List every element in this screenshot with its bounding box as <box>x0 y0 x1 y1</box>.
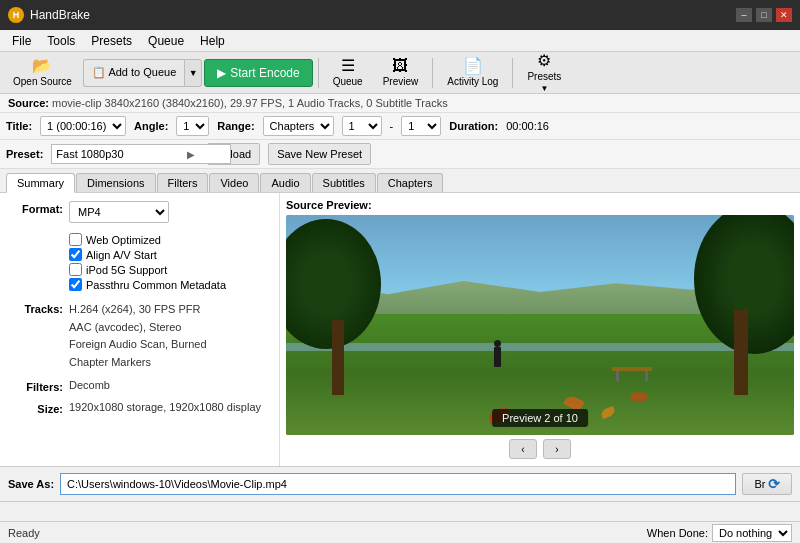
title-select[interactable]: 1 (00:00:16) <box>40 116 126 136</box>
tab-filters[interactable]: Filters <box>157 173 209 192</box>
add-to-queue-wrap: 📋 Add to Queue ▼ <box>83 59 202 87</box>
range-from-select[interactable]: 1 <box>342 116 382 136</box>
passthru-label: Passthru Common Metadata <box>86 279 226 291</box>
queue-button[interactable]: ☰ Queue <box>324 55 372 91</box>
tree-right-trunk <box>734 310 748 395</box>
browse-label: Br <box>755 478 766 490</box>
toolbar: 📂 Open Source 📋 Add to Queue ▼ ▶ Start E… <box>0 52 800 94</box>
activity-log-label: Activity Log <box>447 76 498 87</box>
start-encode-button[interactable]: ▶ Start Encode <box>204 59 312 87</box>
range-type-select[interactable]: Chapters <box>263 116 334 136</box>
source-label: Source: <box>8 97 49 109</box>
preview-button[interactable]: 🖼 Preview <box>374 55 428 91</box>
size-label: Size: <box>8 401 63 415</box>
tab-dimensions[interactable]: Dimensions <box>76 173 155 192</box>
options-row: Web Optimized Align A/V Start iPod 5G Su… <box>8 231 271 293</box>
queue-icon: ☰ <box>341 58 355 74</box>
preview-label: Preview <box>383 76 419 87</box>
tab-summary[interactable]: Summary <box>6 173 75 193</box>
ipod-row: iPod 5G Support <box>69 263 271 276</box>
filters-row: Filters: Decomb <box>8 379 271 393</box>
left-panel: Format: MP4 Web Optimized Align A/V Star… <box>0 193 280 466</box>
tab-video[interactable]: Video <box>209 173 259 192</box>
right-panel: Source Preview: <box>280 193 800 466</box>
start-encode-icon: ▶ <box>217 66 226 80</box>
preview-next-button[interactable]: › <box>543 439 571 459</box>
passthru-checkbox[interactable] <box>69 278 82 291</box>
menu-help[interactable]: Help <box>192 32 233 50</box>
format-select[interactable]: MP4 <box>69 201 169 223</box>
track-4: Chapter Markers <box>69 354 271 372</box>
tabs: Summary Dimensions Filters Video Audio S… <box>0 169 800 193</box>
add-to-queue-dropdown[interactable]: ▼ <box>184 59 202 87</box>
menu-presets[interactable]: Presets <box>83 32 140 50</box>
align-av-label: Align A/V Start <box>86 249 157 261</box>
app-icon: H <box>8 7 24 23</box>
ipod-checkbox[interactable] <box>69 263 82 276</box>
add-to-queue-button[interactable]: 📋 Add to Queue <box>83 59 184 87</box>
range-label: Range: <box>217 120 254 132</box>
open-source-label: Open Source <box>13 76 72 87</box>
main-content: Format: MP4 Web Optimized Align A/V Star… <box>0 193 800 467</box>
tab-audio[interactable]: Audio <box>260 173 310 192</box>
tree-left-trunk <box>332 320 344 395</box>
align-av-row: Align A/V Start <box>69 248 271 261</box>
preview-water <box>286 343 794 351</box>
title-label: Title: <box>6 120 32 132</box>
tracks-content: H.264 (x264), 30 FPS PFR AAC (avcodec), … <box>69 301 271 371</box>
track-1: H.264 (x264), 30 FPS PFR <box>69 301 271 319</box>
preset-input[interactable] <box>51 144 231 164</box>
options-spacer <box>8 231 63 233</box>
range-to-select[interactable]: 1 <box>401 116 441 136</box>
preset-bar: Preset: ▶ Reload Save New Preset <box>0 140 800 169</box>
toolbar-separator-1 <box>318 58 319 88</box>
track-3: Foreign Audio Scan, Burned <box>69 336 271 354</box>
activity-log-button[interactable]: 📄 Activity Log <box>438 55 507 91</box>
when-done-label: When Done: <box>647 527 708 539</box>
presets-label: Presets <box>527 71 561 82</box>
menu-queue[interactable]: Queue <box>140 32 192 50</box>
activity-log-icon: 📄 <box>463 58 483 74</box>
web-optimized-checkbox[interactable] <box>69 233 82 246</box>
tab-chapters[interactable]: Chapters <box>377 173 444 192</box>
close-button[interactable]: ✕ <box>776 8 792 22</box>
queue-label: Queue <box>333 76 363 87</box>
save-path-input[interactable] <box>60 473 736 495</box>
browse-button[interactable]: Br ⟳ <box>742 473 792 495</box>
open-source-button[interactable]: 📂 Open Source <box>4 55 81 91</box>
align-av-checkbox[interactable] <box>69 248 82 261</box>
person-body <box>494 347 501 367</box>
titlebar: H HandBrake – □ ✕ <box>0 0 800 30</box>
web-optimized-row: Web Optimized <box>69 233 271 246</box>
preview-badge: Preview 2 of 10 <box>492 409 588 427</box>
size-value: 1920x1080 storage, 1920x1080 display <box>69 401 271 413</box>
menu-tools[interactable]: Tools <box>39 32 83 50</box>
save-bar: Save As: Br ⟳ <box>0 467 800 502</box>
format-label: Format: <box>8 201 63 215</box>
menu-file[interactable]: File <box>4 32 39 50</box>
start-encode-label: Start Encode <box>230 66 299 80</box>
add-to-queue-icon: 📋 <box>92 66 106 78</box>
status-text: Ready <box>8 527 40 539</box>
source-info: 3840x2160 (3840x2160), 29.97 FPS, 1 Audi… <box>105 97 448 109</box>
status-bar: Ready When Done: Do nothing <box>0 521 800 543</box>
window-title: HandBrake <box>30 8 736 22</box>
preview-prev-button[interactable]: ‹ <box>509 439 537 459</box>
presets-button[interactable]: ⚙ Presets ▼ <box>518 55 570 91</box>
preview-icon: 🖼 <box>392 58 408 74</box>
save-new-preset-button[interactable]: Save New Preset <box>268 143 371 165</box>
maximize-button[interactable]: □ <box>756 8 772 22</box>
minimize-button[interactable]: – <box>736 8 752 22</box>
when-done-select[interactable]: Do nothing <box>712 524 792 542</box>
options-content: Web Optimized Align A/V Start iPod 5G Su… <box>69 231 271 293</box>
angle-label: Angle: <box>134 120 168 132</box>
status-right: When Done: Do nothing <box>647 524 792 542</box>
presets-dropdown-icon: ▼ <box>540 84 548 93</box>
presets-icon: ⚙ <box>537 53 551 69</box>
preview-label: Source Preview: <box>286 199 794 211</box>
ipod-label: iPod 5G Support <box>86 264 167 276</box>
angle-select[interactable]: 1 <box>176 116 209 136</box>
tab-subtitles[interactable]: Subtitles <box>312 173 376 192</box>
bench <box>612 367 652 382</box>
track-2: AAC (avcodec), Stereo <box>69 319 271 337</box>
